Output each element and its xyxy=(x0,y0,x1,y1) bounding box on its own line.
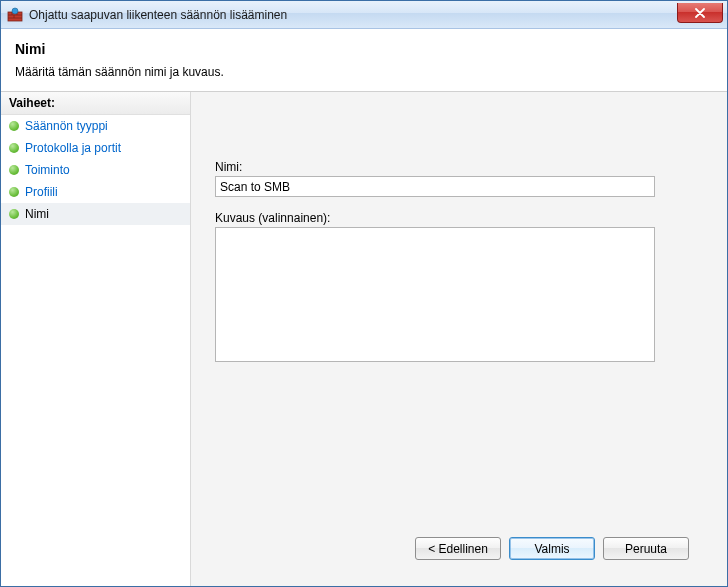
window-title: Ohjattu saapuvan liikenteen säännön lisä… xyxy=(29,8,287,22)
steps-header: Vaiheet: xyxy=(1,92,190,115)
step-label: Nimi xyxy=(25,207,49,221)
back-button[interactable]: < Edellinen xyxy=(415,537,501,560)
page-subtitle: Määritä tämän säännön nimi ja kuvaus. xyxy=(15,65,713,79)
cancel-button[interactable]: Peruuta xyxy=(603,537,689,560)
firewall-icon xyxy=(7,7,23,23)
page-title: Nimi xyxy=(15,41,713,57)
description-label: Kuvaus (valinnainen): xyxy=(215,211,703,225)
steps-list: Säännön tyyppi Protokolla ja portit Toim… xyxy=(1,115,190,225)
name-input[interactable] xyxy=(215,176,655,197)
step-label: Toiminto xyxy=(25,163,70,177)
wizard-header: Nimi Määritä tämän säännön nimi ja kuvau… xyxy=(1,29,727,92)
form-area: Nimi: Kuvaus (valinnainen): xyxy=(215,160,703,365)
button-row: < Edellinen Valmis Peruuta xyxy=(215,527,703,574)
finish-button[interactable]: Valmis xyxy=(509,537,595,560)
close-button[interactable] xyxy=(677,3,723,23)
step-bullet-icon xyxy=(9,143,19,153)
svg-point-7 xyxy=(12,8,18,14)
step-rule-type[interactable]: Säännön tyyppi xyxy=(1,115,190,137)
step-label: Profiili xyxy=(25,185,58,199)
step-label: Protokolla ja portit xyxy=(25,141,121,155)
step-protocol-ports[interactable]: Protokolla ja portit xyxy=(1,137,190,159)
steps-sidebar: Vaiheet: Säännön tyyppi Protokolla ja po… xyxy=(1,92,191,586)
step-bullet-icon xyxy=(9,165,19,175)
titlebar: Ohjattu saapuvan liikenteen säännön lisä… xyxy=(1,1,727,29)
wizard-window: Ohjattu saapuvan liikenteen säännön lisä… xyxy=(0,0,728,587)
step-profile[interactable]: Profiili xyxy=(1,181,190,203)
step-bullet-icon xyxy=(9,187,19,197)
close-icon xyxy=(695,8,705,18)
wizard-body: Vaiheet: Säännön tyyppi Protokolla ja po… xyxy=(1,92,727,586)
step-name: Nimi xyxy=(1,203,190,225)
main-panel: Nimi: Kuvaus (valinnainen): < Edellinen … xyxy=(191,92,727,586)
step-action[interactable]: Toiminto xyxy=(1,159,190,181)
description-input[interactable] xyxy=(215,227,655,362)
step-bullet-icon xyxy=(9,209,19,219)
name-label: Nimi: xyxy=(215,160,703,174)
step-bullet-icon xyxy=(9,121,19,131)
step-label: Säännön tyyppi xyxy=(25,119,108,133)
